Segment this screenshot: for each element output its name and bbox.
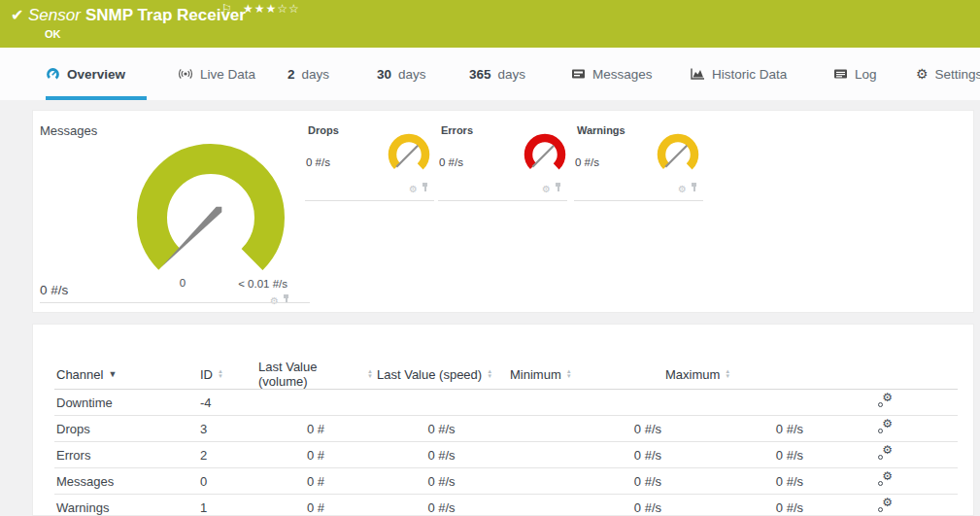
gauge-section-warnings: Warnings 0 #/s xyxy=(574,120,703,201)
tab-log[interactable]: Log xyxy=(833,48,877,100)
cell-maximum: 0 #/s xyxy=(663,495,805,516)
channel-settings-icon[interactable] xyxy=(678,179,687,196)
pin-icon[interactable] xyxy=(422,183,428,192)
tab-365-days-label: days xyxy=(498,67,526,82)
col-header-minimum-label: Minimum xyxy=(510,367,561,382)
drops-gauge xyxy=(386,131,432,178)
cell-maximum: 0 #/s xyxy=(663,442,805,468)
gauge-section-errors: Errors 0 #/s xyxy=(438,120,567,201)
cell-minimum: 0 #/s xyxy=(508,416,663,442)
tab-settings[interactable]: Settings xyxy=(916,48,980,100)
divider xyxy=(305,200,434,201)
cell-speed xyxy=(375,390,508,416)
pin-icon[interactable] xyxy=(555,183,561,192)
live-data-icon xyxy=(178,67,193,81)
divider xyxy=(40,302,310,303)
errors-gauge-actions xyxy=(542,179,561,196)
tab-2-days-label: days xyxy=(302,67,330,82)
tab-log-label: Log xyxy=(855,67,877,82)
channels-table: Channel ID Last Value (volume) Last Valu… xyxy=(54,360,958,516)
stars-empty: ☆☆ xyxy=(277,2,300,16)
main-gauge-scale-min: 0 xyxy=(175,277,190,289)
warnings-gauge xyxy=(655,131,701,178)
tab-historic-data[interactable]: Historic Data xyxy=(690,48,787,100)
cell-channel: Warnings xyxy=(54,495,198,516)
col-header-last-value-speed[interactable]: Last Value (speed) xyxy=(375,360,508,390)
table-row: Errors 2 0 # 0 #/s 0 #/s 0 #/s xyxy=(54,442,958,468)
table-row: Warnings 1 0 # 0 #/s 0 #/s 0 #/s xyxy=(54,495,958,516)
channel-settings-icon[interactable] xyxy=(270,291,279,308)
channel-settings-icon[interactable] xyxy=(542,179,551,196)
table-row: Downtime -4 xyxy=(54,390,958,416)
tab-overview-label: Overview xyxy=(67,67,125,82)
cell-maximum: 0 #/s xyxy=(663,468,805,495)
col-header-actions xyxy=(805,360,958,390)
settings-gear-icon xyxy=(916,66,929,82)
tab-messages[interactable]: Messages xyxy=(571,48,653,100)
divider xyxy=(574,200,703,201)
page-title: SensorSNMP Trap Receiver xyxy=(28,6,246,25)
channels-panel: Channel ID Last Value (volume) Last Valu… xyxy=(32,324,974,516)
table-row: Drops 3 0 # 0 #/s 0 #/s 0 #/s xyxy=(54,416,958,442)
priority-stars[interactable]: ★★★☆☆ xyxy=(243,2,300,16)
sort-icon xyxy=(218,369,223,379)
errors-gauge xyxy=(522,131,568,178)
cell-id: -4 xyxy=(198,390,256,416)
warnings-gauge-title: Warnings xyxy=(577,124,625,136)
col-header-last-value-volume[interactable]: Last Value (volume) xyxy=(256,360,375,390)
cell-channel: Drops xyxy=(54,416,198,442)
flag-icon[interactable] xyxy=(221,2,232,16)
cell-channel: Errors xyxy=(54,442,198,468)
cell-maximum xyxy=(663,390,805,416)
cell-volume xyxy=(256,390,375,416)
col-header-id-label: ID xyxy=(200,367,213,382)
main-gauge-value: 0 #/s xyxy=(40,283,68,297)
main-gauge-actions xyxy=(270,291,289,308)
cell-channel: Downtime xyxy=(54,390,198,416)
channel-settings-icon[interactable] xyxy=(878,395,893,407)
channel-settings-icon[interactable] xyxy=(878,499,893,512)
cell-speed: 0 #/s xyxy=(375,416,508,442)
tab-2-days-number: 2 xyxy=(287,67,295,82)
sort-icon xyxy=(566,369,572,379)
tab-live-data[interactable]: Live Data xyxy=(178,48,255,100)
object-kind-label: Sensor xyxy=(28,6,81,24)
channel-settings-icon[interactable] xyxy=(878,473,893,486)
tab-overview[interactable]: Overview xyxy=(46,48,125,100)
col-header-id[interactable]: ID xyxy=(198,360,256,390)
cell-volume: 0 # xyxy=(256,442,375,468)
status-badge: OK xyxy=(45,28,61,40)
cell-minimum: 0 #/s xyxy=(508,442,663,468)
main-gauge-scale-max: < 0.01 #/s xyxy=(227,278,287,290)
channel-settings-icon[interactable] xyxy=(878,447,893,460)
cell-volume: 0 # xyxy=(256,468,375,495)
col-header-maximum[interactable]: Maximum xyxy=(663,360,805,390)
drops-gauge-actions xyxy=(409,179,428,196)
tab-messages-label: Messages xyxy=(592,67,653,82)
col-header-channel[interactable]: Channel xyxy=(54,360,198,390)
cell-id: 2 xyxy=(198,442,256,468)
sort-icon xyxy=(367,369,373,379)
col-header-minimum[interactable]: Minimum xyxy=(508,360,663,390)
pin-icon[interactable] xyxy=(691,183,697,192)
sort-icon xyxy=(487,369,492,379)
col-header-maximum-label: Maximum xyxy=(665,367,720,382)
drops-gauge-value: 0 #/s xyxy=(306,156,330,168)
tab-365-days[interactable]: 365 days xyxy=(469,48,525,100)
tab-settings-label: Settings xyxy=(935,67,980,82)
main-gauge-title: Messages xyxy=(40,123,97,138)
errors-gauge-value: 0 #/s xyxy=(439,156,463,168)
cell-id: 0 xyxy=(198,468,256,495)
table-header-row: Channel ID Last Value (volume) Last Valu… xyxy=(54,360,958,390)
cell-id: 1 xyxy=(198,495,256,516)
col-header-speed-label: Last Value (speed) xyxy=(377,367,482,382)
cell-minimum xyxy=(508,390,663,416)
overview-gauges-panel: Messages 0 < 0.01 #/s 0 #/s Drops 0 #/s … xyxy=(32,110,974,313)
channel-settings-icon[interactable] xyxy=(878,421,893,433)
tab-30-days-number: 30 xyxy=(377,67,391,82)
cell-speed: 0 #/s xyxy=(375,468,508,495)
tab-30-days[interactable]: 30 days xyxy=(377,48,426,100)
channel-settings-icon[interactable] xyxy=(409,179,418,196)
warnings-gauge-actions xyxy=(678,179,697,196)
tab-2-days[interactable]: 2 days xyxy=(287,48,329,100)
